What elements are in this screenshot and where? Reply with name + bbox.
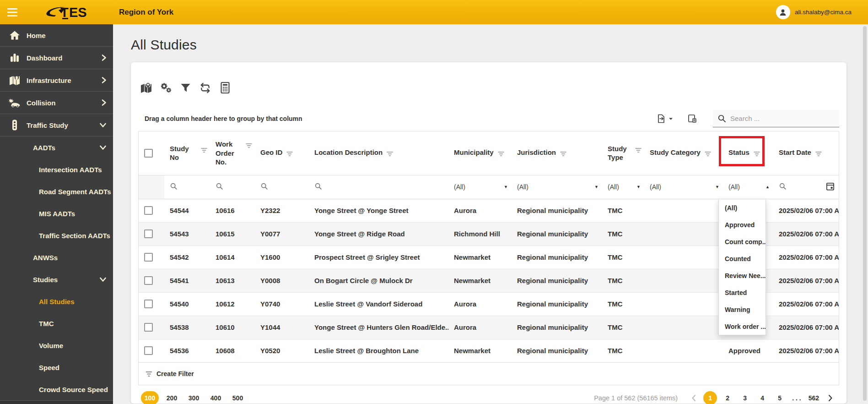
row-checkbox[interactable] xyxy=(144,300,153,308)
prev-page-button[interactable] xyxy=(688,392,700,404)
filter-cell-study_category[interactable]: (All)▼ xyxy=(644,175,723,199)
sidebar-item-dashboard[interactable]: Dashboard xyxy=(0,47,113,69)
filter-select-study_type[interactable]: (All)▼ xyxy=(608,183,641,191)
filter-cell-geo_id[interactable] xyxy=(255,175,309,199)
filter-search-icon[interactable] xyxy=(170,184,178,191)
sidebar-item-road-segment-aadts[interactable]: Road Segment AADTs xyxy=(0,180,113,202)
page-size-500[interactable]: 500 xyxy=(229,391,247,404)
filter-icon[interactable] xyxy=(179,82,192,94)
header-filter-icon[interactable] xyxy=(635,146,642,155)
filter-cell-start_date[interactable] xyxy=(773,175,839,199)
header-filter-icon[interactable] xyxy=(387,150,393,159)
sidebar-item-tmc[interactable]: TMC xyxy=(0,312,113,334)
sidebar-item-intersection-aadts[interactable]: Intersection AADTs xyxy=(0,158,113,180)
sidebar-item-anwss[interactable]: ANWSs xyxy=(0,246,113,268)
sidebar-item-mis-aadts[interactable]: MIS AADTs xyxy=(0,202,113,224)
hamburger-menu-icon[interactable] xyxy=(0,0,25,24)
page-size-300[interactable]: 300 xyxy=(185,391,203,404)
page-size-400[interactable]: 400 xyxy=(207,391,225,404)
row-checkbox[interactable] xyxy=(144,229,153,238)
search-input[interactable] xyxy=(730,115,826,122)
row-checkbox[interactable] xyxy=(144,206,153,215)
filter-cell-work_order_no[interactable] xyxy=(210,175,255,199)
page-number-562[interactable]: 562 xyxy=(807,391,821,404)
status-option[interactable]: (All) xyxy=(719,199,766,216)
page-size-200[interactable]: 200 xyxy=(163,391,181,404)
calendar-icon[interactable] xyxy=(825,181,835,193)
status-option[interactable]: Warning xyxy=(719,301,766,318)
column-header-select[interactable] xyxy=(139,131,164,175)
filter-cell-municipality[interactable]: (All)▼ xyxy=(448,175,512,199)
caret-down-icon[interactable]: ▼ xyxy=(636,185,641,189)
refresh-cycle-icon[interactable] xyxy=(199,82,211,94)
column-header-work_order_no[interactable]: Work Order No. xyxy=(210,131,255,175)
column-header-status[interactable]: Status xyxy=(723,131,773,175)
row-checkbox[interactable] xyxy=(144,253,153,262)
column-chooser-button[interactable] xyxy=(687,113,698,124)
filter-select-jurisdiction[interactable]: (All)▼ xyxy=(517,183,598,191)
status-option[interactable]: Approved xyxy=(719,216,766,233)
header-filter-icon[interactable] xyxy=(754,150,760,159)
filter-cell-study_type[interactable]: (All)▼ xyxy=(602,175,644,199)
caret-down-icon[interactable]: ▼ xyxy=(715,185,719,189)
filter-select-municipality[interactable]: (All)▼ xyxy=(454,183,508,191)
sidebar-item-aadts[interactable]: AADTs xyxy=(0,136,113,158)
column-header-study_type[interactable]: Study Type xyxy=(602,131,644,175)
caret-down-icon[interactable]: ▼ xyxy=(594,185,598,189)
status-option[interactable]: Work order ... xyxy=(719,318,766,335)
status-option[interactable]: Started xyxy=(719,284,766,301)
sidebar-item-crowd-source-speed[interactable]: Crowd Source Speed xyxy=(0,378,113,400)
filter-search-icon[interactable] xyxy=(779,182,787,192)
sidebar-item-collision[interactable]: Collision xyxy=(0,92,113,114)
header-filter-icon[interactable] xyxy=(286,150,293,159)
batch-settings-icon[interactable] xyxy=(160,82,172,94)
export-button[interactable] xyxy=(656,113,673,124)
row-checkbox[interactable] xyxy=(144,323,153,332)
status-option[interactable]: Count comp... xyxy=(719,233,766,250)
map-studies-icon[interactable] xyxy=(140,82,152,94)
sidebar-item-infrastructure[interactable]: Infrastructure xyxy=(0,69,113,92)
create-filter-button[interactable]: Create Filter xyxy=(139,362,839,385)
grid-search[interactable] xyxy=(713,110,839,127)
column-header-municipality[interactable]: Municipality xyxy=(448,131,512,175)
table-row[interactable]: 5453610608Y0520Leslie Street @ Broughton… xyxy=(139,339,839,362)
calculator-icon[interactable] xyxy=(219,82,231,94)
column-header-geo_id[interactable]: Geo ID xyxy=(255,131,309,175)
header-filter-icon[interactable] xyxy=(815,150,822,159)
page-number-5[interactable]: 5 xyxy=(773,391,787,404)
filter-date-start_date[interactable] xyxy=(779,181,835,193)
page-number-4[interactable]: 4 xyxy=(755,391,769,404)
status-option[interactable]: Counted xyxy=(719,250,766,267)
sidebar-item-speed[interactable]: Speed xyxy=(0,356,113,378)
filter-cell-study_no[interactable] xyxy=(164,175,210,199)
filter-cell-jurisdiction[interactable]: (All)▼ xyxy=(512,175,602,199)
sidebar-item-traffic-section-aadts[interactable]: Traffic Section AADTs xyxy=(0,224,113,246)
column-header-study_no[interactable]: Study No xyxy=(164,131,210,175)
column-header-jurisdiction[interactable]: Jurisdiction xyxy=(512,131,602,175)
row-checkbox[interactable] xyxy=(144,346,153,355)
header-filter-icon[interactable] xyxy=(246,142,252,151)
page-number-2[interactable]: 2 xyxy=(721,391,734,404)
column-header-location_description[interactable]: Location Description xyxy=(309,131,448,175)
filter-search-icon[interactable] xyxy=(314,184,322,191)
select-all-checkbox[interactable] xyxy=(144,149,153,158)
filter-search-icon[interactable] xyxy=(216,184,223,191)
sidebar-item-traffic-study[interactable]: Traffic Study xyxy=(0,114,113,136)
header-filter-icon[interactable] xyxy=(560,150,566,159)
vertical-scrollbar[interactable] xyxy=(863,26,867,401)
filter-select-study_category[interactable]: (All)▼ xyxy=(650,183,719,191)
filter-search-icon[interactable] xyxy=(260,184,268,191)
header-filter-icon[interactable] xyxy=(201,146,207,155)
sidebar-item-volume[interactable]: Volume xyxy=(0,334,113,356)
column-header-start_date[interactable]: Start Date xyxy=(773,131,839,175)
tes-logo[interactable]: T ES xyxy=(45,4,89,21)
user-avatar-icon[interactable] xyxy=(776,5,790,19)
caret-down-icon[interactable]: ▼ xyxy=(504,185,508,189)
filter-cell-status[interactable]: (All)▲ xyxy=(723,175,773,199)
caret-up-icon[interactable]: ▲ xyxy=(766,185,770,189)
page-number-3[interactable]: 3 xyxy=(738,391,752,404)
sidebar-item-all-studies[interactable]: All Studies xyxy=(0,290,113,312)
sidebar-item-home[interactable]: Home xyxy=(0,24,113,47)
filter-cell-location_description[interactable] xyxy=(309,175,448,199)
next-page-button[interactable] xyxy=(825,392,836,404)
